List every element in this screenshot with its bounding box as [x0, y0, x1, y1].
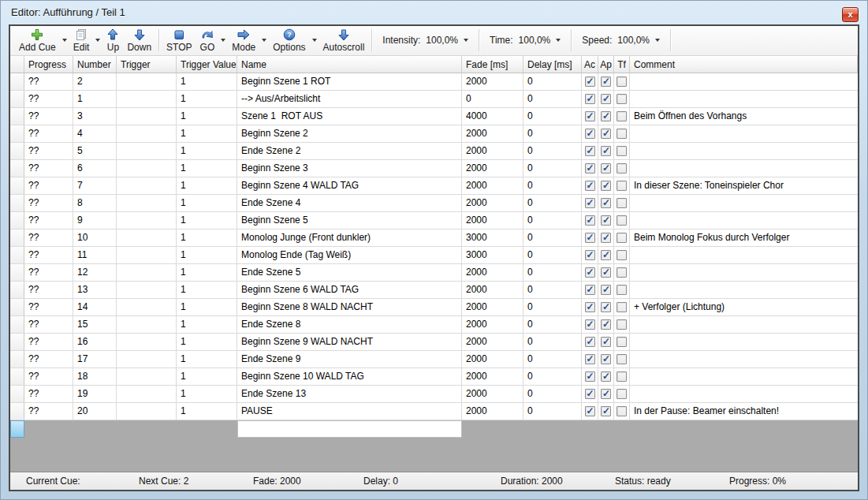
- comment-cell[interactable]: [630, 125, 858, 142]
- tf-checkbox[interactable]: [617, 319, 627, 330]
- edit-dropdown[interactable]: [93, 27, 102, 54]
- tf-checkbox[interactable]: [617, 302, 627, 312]
- ac-checkbox[interactable]: [585, 198, 595, 208]
- ap-checkbox[interactable]: [601, 146, 611, 156]
- number-cell[interactable]: 8: [73, 195, 117, 211]
- name-cell[interactable]: Beginn Szene 5: [237, 212, 462, 229]
- fade-cell[interactable]: 2000: [462, 73, 523, 90]
- tf-checkbox[interactable]: [617, 94, 627, 104]
- row-header-cell[interactable]: [10, 386, 24, 402]
- progress-cell[interactable]: ??: [24, 143, 73, 159]
- delay-cell[interactable]: 0: [523, 368, 582, 385]
- number-cell[interactable]: 2: [73, 73, 117, 90]
- ap-checkbox[interactable]: [601, 76, 611, 87]
- comment-cell[interactable]: [630, 73, 858, 90]
- ac-checkbox[interactable]: [585, 181, 595, 191]
- column-header-trigger[interactable]: Trigger: [117, 56, 177, 73]
- comment-cell[interactable]: [630, 91, 858, 107]
- go-button[interactable]: GO: [196, 27, 219, 54]
- comment-cell[interactable]: [630, 334, 858, 350]
- trigger-value-cell[interactable]: 1: [177, 386, 237, 402]
- trigger-value-cell[interactable]: 1: [177, 229, 237, 246]
- fade-cell[interactable]: 2000: [462, 386, 523, 402]
- number-cell[interactable]: 15: [73, 316, 117, 333]
- row-header-cell[interactable]: [10, 143, 24, 159]
- ac-checkbox[interactable]: [585, 233, 595, 243]
- comment-cell[interactable]: [630, 212, 858, 229]
- name-cell[interactable]: Beginn Szene 9 WALD NACHT: [237, 334, 462, 350]
- number-cell[interactable]: 7: [73, 177, 117, 194]
- ap-checkbox[interactable]: [601, 302, 611, 312]
- ac-checkbox[interactable]: [585, 302, 595, 312]
- ap-checkbox[interactable]: [601, 267, 611, 278]
- delay-cell[interactable]: 0: [523, 299, 582, 315]
- number-cell[interactable]: 20: [73, 403, 117, 420]
- column-header-tf[interactable]: Tf: [614, 56, 630, 73]
- fade-cell[interactable]: 2000: [462, 316, 523, 333]
- delay-cell[interactable]: 0: [523, 264, 582, 281]
- progress-cell[interactable]: ??: [24, 264, 73, 281]
- fade-cell[interactable]: 3000: [462, 229, 523, 246]
- tf-checkbox[interactable]: [617, 250, 627, 260]
- delay-cell[interactable]: 0: [523, 247, 582, 263]
- comment-cell[interactable]: [630, 316, 858, 333]
- ac-checkbox[interactable]: [585, 163, 595, 174]
- delay-cell[interactable]: 0: [523, 125, 582, 142]
- name-cell[interactable]: Beginn Szene 4 WALD TAG: [237, 177, 462, 194]
- ac-checkbox[interactable]: [585, 215, 595, 226]
- ap-checkbox[interactable]: [601, 354, 611, 364]
- mode-dropdown[interactable]: [259, 27, 269, 54]
- ap-checkbox[interactable]: [601, 250, 611, 260]
- row-header-cell[interactable]: [10, 351, 24, 368]
- name-cell[interactable]: Beginn Szene 10 WALD TAG: [237, 368, 462, 385]
- row-header-cell[interactable]: [10, 403, 24, 420]
- number-cell[interactable]: 18: [73, 368, 117, 385]
- fade-cell[interactable]: 2000: [462, 403, 523, 420]
- ap-checkbox[interactable]: [601, 319, 611, 330]
- comment-cell[interactable]: [630, 264, 858, 281]
- ap-checkbox[interactable]: [601, 285, 611, 295]
- fade-cell[interactable]: 4000: [462, 108, 523, 125]
- fade-cell[interactable]: 2000: [462, 299, 523, 315]
- fade-cell[interactable]: 2000: [462, 334, 523, 350]
- delay-cell[interactable]: 0: [523, 160, 582, 177]
- progress-cell[interactable]: ??: [24, 282, 73, 298]
- row-header-cell[interactable]: [10, 73, 24, 90]
- fade-cell[interactable]: 2000: [462, 351, 523, 368]
- row-header-cell[interactable]: [10, 91, 24, 107]
- tf-checkbox[interactable]: [617, 285, 627, 295]
- comment-cell[interactable]: In dieser Szene: Toneinspieler Chor: [630, 177, 858, 194]
- options-dropdown[interactable]: [310, 27, 319, 54]
- ap-checkbox[interactable]: [601, 215, 611, 226]
- trigger-value-cell[interactable]: 1: [177, 368, 237, 385]
- autoscroll-button[interactable]: Autoscroll: [319, 27, 369, 54]
- ac-checkbox[interactable]: [585, 319, 595, 330]
- row-header-cell[interactable]: [10, 212, 24, 229]
- ac-checkbox[interactable]: [585, 250, 595, 260]
- ac-checkbox[interactable]: [585, 371, 595, 382]
- trigger-value-cell[interactable]: 1: [177, 160, 237, 177]
- delay-cell[interactable]: 0: [523, 108, 582, 125]
- number-cell[interactable]: 1: [73, 91, 117, 107]
- tf-checkbox[interactable]: [617, 337, 627, 347]
- column-header-ap[interactable]: Ap: [598, 56, 614, 73]
- progress-cell[interactable]: ??: [24, 403, 73, 420]
- name-cell[interactable]: Szene 1 ROT AUS: [237, 108, 462, 125]
- options-button[interactable]: ? Options: [269, 27, 309, 54]
- column-header-comment[interactable]: Comment: [630, 56, 858, 73]
- number-cell[interactable]: 5: [73, 143, 117, 159]
- ac-checkbox[interactable]: [585, 406, 595, 416]
- speed-dropdown[interactable]: Speed: 100,0%: [575, 27, 667, 54]
- delay-cell[interactable]: 0: [523, 403, 582, 420]
- down-button[interactable]: Down: [123, 27, 155, 54]
- progress-cell[interactable]: ??: [24, 386, 73, 402]
- tf-checkbox[interactable]: [617, 389, 627, 399]
- progress-cell[interactable]: ??: [24, 91, 73, 107]
- column-header-number[interactable]: Number: [73, 56, 117, 73]
- ap-checkbox[interactable]: [601, 233, 611, 243]
- ac-checkbox[interactable]: [585, 76, 595, 87]
- trigger-value-cell[interactable]: 1: [177, 403, 237, 420]
- number-cell[interactable]: 4: [73, 125, 117, 142]
- tf-checkbox[interactable]: [617, 163, 627, 174]
- row-header-cell[interactable]: [10, 195, 24, 211]
